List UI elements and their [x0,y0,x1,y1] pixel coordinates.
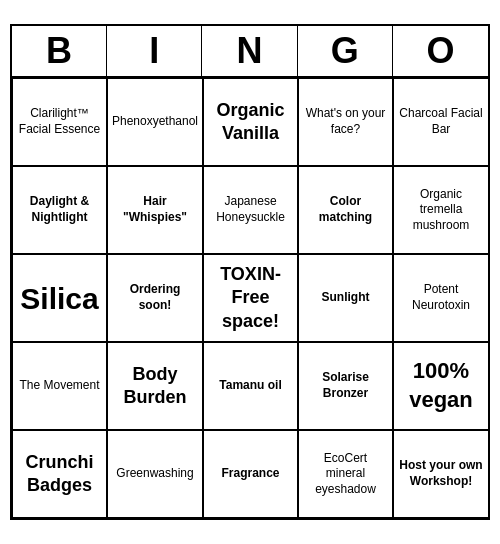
cell-text: EcoCert mineral eyeshadow [303,451,388,498]
bingo-cell-23: EcoCert mineral eyeshadow [298,430,393,518]
bingo-cell-3: What's on your face? [298,78,393,166]
cell-text: Organic tremella mushroom [398,187,484,234]
cell-text: Solarise Bronzer [303,370,388,401]
bingo-cell-1: Phenoxyethanol [107,78,203,166]
bingo-cell-14: Potent Neurotoxin [393,254,488,342]
cell-text: The Movement [19,378,99,394]
header-letter-b: B [12,26,107,76]
bingo-cell-11: Ordering soon! [107,254,203,342]
bingo-cell-2: Organic Vanilla [203,78,298,166]
bingo-cell-19: 100% vegan [393,342,488,430]
bingo-card: BINGO Clarilight™ Facial EssencePhenoxye… [10,24,490,520]
bingo-cell-20: Crunchi Badges [12,430,107,518]
cell-text: Host your own Workshop! [398,458,484,489]
cell-text: Hair "Whispies" [112,194,198,225]
cell-text: Greenwashing [116,466,193,482]
bingo-grid: Clarilight™ Facial EssencePhenoxyethanol… [12,78,488,518]
bingo-cell-16: Body Burden [107,342,203,430]
cell-text: Crunchi Badges [17,451,102,498]
cell-text: What's on your face? [303,106,388,137]
bingo-cell-5: Daylight & Nightlight [12,166,107,254]
bingo-cell-15: The Movement [12,342,107,430]
bingo-cell-21: Greenwashing [107,430,203,518]
bingo-cell-12: TOXIN-Free space! [203,254,298,342]
cell-text: Tamanu oil [219,378,281,394]
header-letter-n: N [202,26,297,76]
cell-text: Ordering soon! [112,282,198,313]
bingo-cell-8: Color matching [298,166,393,254]
cell-text: Sunlight [322,290,370,306]
bingo-cell-4: Charcoal Facial Bar [393,78,488,166]
cell-text: TOXIN-Free space! [208,263,293,333]
cell-text: Color matching [303,194,388,225]
cell-text: Charcoal Facial Bar [398,106,484,137]
bingo-cell-24: Host your own Workshop! [393,430,488,518]
header-letter-o: O [393,26,488,76]
bingo-cell-0: Clarilight™ Facial Essence [12,78,107,166]
cell-text: Daylight & Nightlight [17,194,102,225]
bingo-cell-13: Sunlight [298,254,393,342]
cell-text: Fragrance [222,466,280,482]
bingo-cell-7: Japanese Honeysuckle [203,166,298,254]
bingo-cell-22: Fragrance [203,430,298,518]
cell-text: Phenoxyethanol [112,114,198,130]
header-letter-g: G [298,26,393,76]
bingo-cell-6: Hair "Whispies" [107,166,203,254]
cell-text: Japanese Honeysuckle [208,194,293,225]
bingo-header: BINGO [12,26,488,78]
cell-text: Body Burden [112,363,198,410]
bingo-cell-10: Silica [12,254,107,342]
cell-text: Silica [20,279,98,318]
header-letter-i: I [107,26,202,76]
bingo-cell-9: Organic tremella mushroom [393,166,488,254]
cell-text: Clarilight™ Facial Essence [17,106,102,137]
cell-text: 100% vegan [398,357,484,414]
bingo-cell-17: Tamanu oil [203,342,298,430]
cell-text: Potent Neurotoxin [398,282,484,313]
bingo-cell-18: Solarise Bronzer [298,342,393,430]
cell-text: Organic Vanilla [208,99,293,146]
